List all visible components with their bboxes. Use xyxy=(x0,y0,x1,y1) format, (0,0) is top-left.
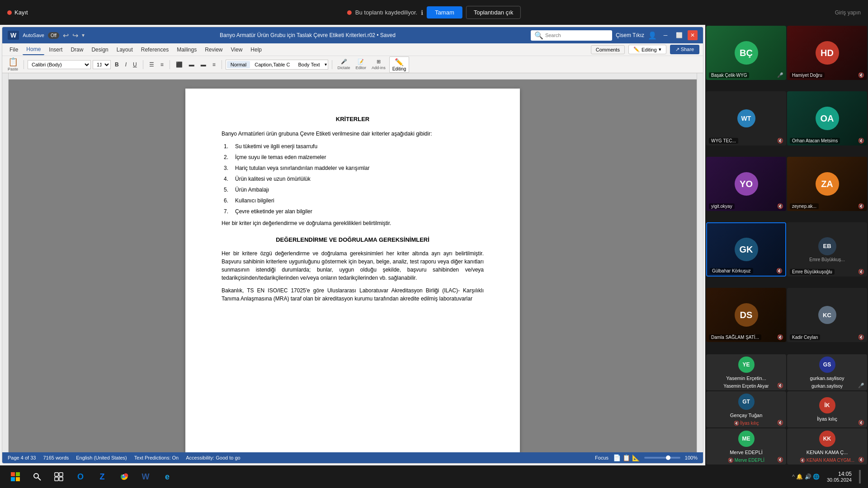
zoom-slider[interactable] xyxy=(644,457,680,459)
video-bottom-rows: YE Yasemin Erçetin... Yasemin Erçetin Ak… xyxy=(706,354,867,465)
bullet-list-btn[interactable]: ☰ xyxy=(147,61,156,69)
redo-btn[interactable]: ↪ xyxy=(72,31,78,40)
info-icon: ℹ xyxy=(421,9,423,16)
style-caption[interactable]: Caption,Table C xyxy=(251,61,293,68)
style-normal[interactable]: Normal xyxy=(227,61,250,68)
avatar-8: DS xyxy=(735,303,758,327)
menu-references[interactable]: References xyxy=(137,45,172,55)
align-left-btn[interactable]: ⬛ xyxy=(174,61,185,69)
sep5 xyxy=(332,60,332,69)
align-center-btn[interactable]: ▬ xyxy=(187,61,197,69)
participant-name-14: Merve EDEPLİ xyxy=(730,450,763,455)
font-family-select[interactable]: Calibri (Body) xyxy=(28,60,91,69)
addins-btn[interactable]: ⊞Add-ins xyxy=(370,58,387,71)
menu-insert[interactable]: Insert xyxy=(45,45,66,55)
svg-rect-7 xyxy=(59,473,63,476)
paste-btn[interactable]: 📋Paste xyxy=(6,57,20,72)
avatar-15: KK xyxy=(819,431,835,447)
menu-draw[interactable]: Draw xyxy=(67,45,87,55)
zoom-slider-thumb xyxy=(666,455,670,460)
mic-icon-14: 🔇 xyxy=(777,457,783,463)
zoom-taskbar-btn[interactable]: Z xyxy=(94,469,110,485)
maximize-btn[interactable]: ⬜ xyxy=(674,30,684,40)
chrome-btn[interactable] xyxy=(116,469,132,485)
show-desktop-btn[interactable] xyxy=(859,470,861,483)
avatar-1: HD xyxy=(816,41,839,65)
mic-icon-11: 🎤 xyxy=(858,383,864,389)
align-right-btn[interactable]: ▬ xyxy=(198,61,208,69)
undo-btn[interactable]: ↩ xyxy=(63,31,69,40)
language-status: English (United States) xyxy=(76,455,127,460)
menu-help[interactable]: Help xyxy=(247,45,265,55)
dictate-btn[interactable]: 🎤Dictate xyxy=(336,58,352,71)
editing-button[interactable]: ✏️ Editing ▾ xyxy=(628,45,666,54)
svg-point-11 xyxy=(123,475,125,478)
editor-btn[interactable]: 📝Editor xyxy=(354,58,368,71)
search-taskbar-btn[interactable] xyxy=(29,469,45,485)
word-taskbar-btn[interactable]: W xyxy=(137,469,154,485)
avatar-7: EB xyxy=(818,237,836,255)
justify-btn[interactable]: ≡ xyxy=(210,61,218,69)
comments-button[interactable]: Comments xyxy=(591,45,625,54)
focus-btn[interactable]: Focus xyxy=(595,455,609,460)
italic-btn[interactable]: I xyxy=(123,61,129,69)
video-thumb-9: KC xyxy=(787,288,867,342)
mic-icon-7: 🔇 xyxy=(858,269,864,275)
svg-rect-9 xyxy=(59,477,63,481)
numbered-list-btn[interactable]: ≡ xyxy=(158,61,166,69)
menu-view[interactable]: View xyxy=(227,45,246,55)
clock-time: 14:05 xyxy=(827,471,852,477)
video-thumb-4: YO xyxy=(706,157,786,211)
autosave-toggle[interactable]: Off xyxy=(48,32,59,39)
outlook-btn[interactable]: O xyxy=(72,469,89,485)
toplantidan-cik-button[interactable]: Toplantıdan çık xyxy=(466,6,521,19)
menu-file[interactable]: File xyxy=(6,45,22,55)
svg-rect-1 xyxy=(16,472,20,476)
participant-name-13: İlyas kılıç xyxy=(817,416,837,422)
menu-mailings[interactable]: Mailings xyxy=(173,45,200,55)
underline-btn[interactable]: U xyxy=(131,61,139,69)
video-thumb-8: DS xyxy=(706,288,786,342)
editing-mode-btn[interactable]: ✏️ Editing xyxy=(389,56,410,73)
mic-icon-12: 🔇 xyxy=(777,420,783,426)
close-btn[interactable]: ✕ xyxy=(688,30,698,40)
mic-icon-9: 🔇 xyxy=(858,334,864,340)
task-view-btn[interactable] xyxy=(51,469,67,485)
word-document-title: Banyo Armatür Ürün Grubu için Taslak Çev… xyxy=(85,32,531,38)
start-btn[interactable] xyxy=(7,469,24,485)
menu-review[interactable]: Review xyxy=(201,45,226,55)
video-cell-8: DS Damla SAĞLAM ŞATİ... 🔇 xyxy=(706,288,786,342)
list-item: 2.İçme suyu ile temas eden malzemeler xyxy=(235,153,484,161)
search-input[interactable] xyxy=(545,33,599,38)
search-bar[interactable]: 🔍 xyxy=(531,30,612,41)
taskbar-clock: 14:05 30.05.2024 xyxy=(827,471,852,483)
bold-btn[interactable]: B xyxy=(113,61,121,69)
minimize-btn[interactable]: ─ xyxy=(660,30,670,40)
menu-home[interactable]: Home xyxy=(23,44,44,55)
tamam-button[interactable]: Tamam xyxy=(427,6,462,19)
accessibility-status: Accessibility: Good to go xyxy=(186,455,240,460)
menu-design[interactable]: Design xyxy=(88,45,112,55)
svg-line-5 xyxy=(38,478,41,480)
participant-name-12: Gençay Tuğan xyxy=(730,413,763,418)
menu-layout[interactable]: Layout xyxy=(113,45,137,55)
word-body[interactable]: KRİTERLER Banyo Armatürleri ürün grubuna… xyxy=(9,80,697,452)
avatar-11: GS xyxy=(819,357,835,373)
top-ruler xyxy=(9,73,697,80)
style-body-text[interactable]: Body Text xyxy=(294,61,323,68)
username-label: Çisem Tıkız xyxy=(616,32,644,38)
styles-dropdown-btn[interactable]: ▾ xyxy=(325,62,327,67)
avatar-14: ME xyxy=(738,431,755,447)
sub-name-10: Yasemin Erçetin Akyar xyxy=(724,384,769,389)
svg-rect-0 xyxy=(11,472,15,476)
giris-label[interactable]: Giriş yapın xyxy=(835,9,861,16)
word-logo-icon: W xyxy=(8,31,19,40)
share-button[interactable]: ↗ Share xyxy=(670,45,699,54)
video-thumb-7: EB Emre Büyükkuş... xyxy=(787,222,867,277)
ie-btn[interactable]: e xyxy=(159,469,175,485)
doc-para3: Her bir kritere özgü değerlendirme ve do… xyxy=(222,249,484,282)
font-size-select[interactable]: 11 xyxy=(93,60,111,69)
avatar-5: ZA xyxy=(816,172,839,196)
video-thumb-5: ZA xyxy=(787,157,867,211)
participant-name-0: Başak Çelik·WYG xyxy=(709,72,749,78)
